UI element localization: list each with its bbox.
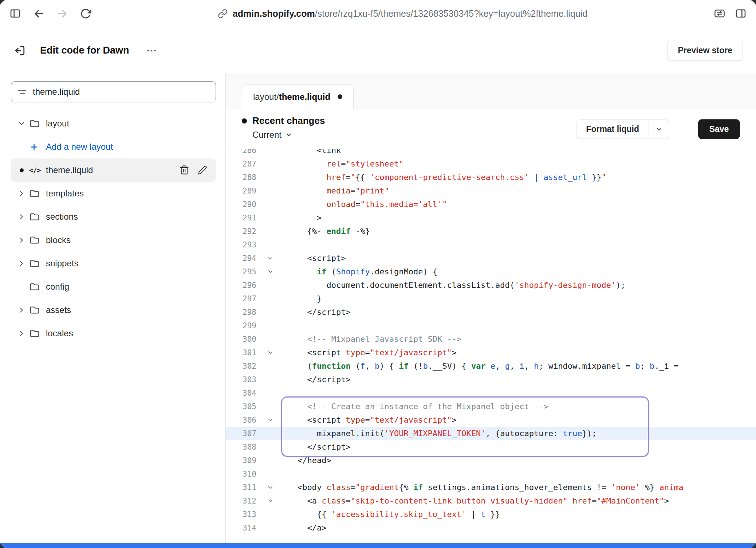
back-icon[interactable]: [33, 8, 45, 20]
code-line-288[interactable]: 288 href="{{ 'component-predictive-searc…: [226, 171, 756, 184]
folder-item-locales[interactable]: locales: [11, 322, 216, 345]
code-line-291[interactable]: 291 >: [226, 211, 756, 224]
line-number: 301: [226, 348, 262, 357]
fold-chevron-icon[interactable]: [262, 416, 278, 423]
right-panel-icon[interactable]: [735, 8, 747, 19]
code-line-287[interactable]: 287 rel="stylesheet": [226, 157, 756, 171]
tree-item-label: snippets: [46, 258, 78, 269]
file-search-input[interactable]: [33, 87, 210, 97]
code-text: mixpanel.init('YOUR_MIXPANEL_TOKEN', {au…: [278, 429, 756, 438]
save-button[interactable]: Save: [698, 119, 740, 139]
folder-item-snippets[interactable]: snippets: [11, 252, 216, 275]
fold-chevron-icon[interactable]: [262, 268, 278, 275]
folder-item-blocks[interactable]: blocks: [11, 228, 216, 252]
code-line-300[interactable]: 300 <!-- Mixpanel Javascript SDK -->: [226, 332, 756, 346]
code-line-311[interactable]: 311 <body class="gradient{% if settings.…: [226, 481, 756, 494]
code-line-310[interactable]: 310: [226, 467, 756, 481]
code-line-293[interactable]: 293: [226, 238, 756, 251]
tree-item-label: config: [46, 282, 69, 292]
file-tree: layoutAdd a new layout</>theme.liquidtem…: [11, 112, 216, 345]
code-line-302[interactable]: 302 (function (f, b) { if (!b.__SV) { va…: [226, 359, 756, 373]
browser-toolbar: admin.shopify.com/store/rzq1xu-f5/themes…: [0, 0, 756, 27]
folder-icon: [29, 258, 46, 269]
code-editor[interactable]: 286 <link287 rel="stylesheet"288 href="{…: [226, 149, 756, 543]
address-bar[interactable]: admin.shopify.com/store/rzq1xu-f5/themes…: [91, 8, 714, 19]
code-line-313[interactable]: 313 {{ 'accessibility.skip_to_text' | t …: [226, 508, 756, 521]
code-text: </script>: [278, 375, 756, 384]
code-text: rel="stylesheet": [278, 159, 756, 168]
code-line-303[interactable]: 303 </script>: [226, 373, 756, 386]
code-line-298[interactable]: 298 </script>: [226, 305, 756, 319]
line-number: 288: [226, 173, 262, 182]
code-line-301[interactable]: 301 <script type="text/javascript">: [226, 346, 756, 359]
file-item-theme.liquid[interactable]: </>theme.liquid: [11, 158, 216, 182]
line-number: 291: [226, 214, 262, 222]
format-liquid-button[interactable]: Format liquid: [576, 120, 669, 139]
chevron-right-icon[interactable]: [14, 329, 29, 337]
fold-chevron-icon[interactable]: [262, 497, 278, 504]
code-line-304[interactable]: 304: [226, 386, 756, 400]
folder-item-templates[interactable]: templates: [11, 182, 216, 205]
chevron-right-icon[interactable]: [14, 213, 29, 221]
line-number: 287: [226, 160, 262, 168]
folder-icon: [29, 305, 46, 316]
line-number: 314: [226, 524, 262, 532]
version-section: Recent changes Current: [226, 109, 576, 149]
version-select[interactable]: Current: [252, 130, 292, 140]
reload-icon[interactable]: [80, 8, 91, 19]
recent-changes-row: Recent changes: [242, 115, 576, 126]
line-number: 292: [226, 227, 262, 236]
chevron-right-icon[interactable]: [14, 236, 29, 244]
code-text: onload="this.media='all'": [278, 200, 756, 209]
code-line-292[interactable]: 292 {%- endif -%}: [226, 224, 756, 238]
folder-item-assets[interactable]: assets: [11, 298, 216, 322]
code-line-306[interactable]: 306 <script type="text/javascript">: [226, 413, 756, 427]
code-line-296[interactable]: 296 document.documentElement.classList.a…: [226, 278, 756, 292]
folder-item-sections[interactable]: sections: [11, 205, 216, 228]
editor-tab[interactable]: layout/theme.liquid: [242, 84, 354, 109]
code-line-309[interactable]: 309 </head>: [226, 454, 756, 467]
code-line-297[interactable]: 297 }: [226, 292, 756, 305]
chevron-right-icon[interactable]: [14, 306, 29, 314]
file-search-box[interactable]: [11, 81, 216, 102]
delete-file-icon[interactable]: [175, 165, 193, 175]
more-actions-icon[interactable]: [146, 45, 157, 56]
code-line-295[interactable]: 295 if (Shopify.designMode) {: [226, 265, 756, 278]
preview-store-button[interactable]: Preview store: [667, 40, 743, 61]
recent-changes-dot: [242, 118, 247, 124]
code-line-307[interactable]: 307 mixpanel.init('YOUR_MIXPANEL_TOKEN',…: [226, 427, 756, 440]
fold-chevron-icon[interactable]: [262, 484, 278, 491]
line-number: 312: [226, 497, 262, 505]
fold-chevron-icon[interactable]: [262, 349, 278, 356]
chevron-down-icon[interactable]: [14, 120, 29, 128]
code-line-308[interactable]: 308 </script>: [226, 440, 756, 454]
code-text: <link: [278, 149, 756, 155]
exit-code-editor-icon[interactable]: [13, 44, 25, 57]
folder-item-config[interactable]: config: [11, 275, 216, 298]
code-text: <script>: [278, 254, 756, 263]
sidebar-toggle-icon[interactable]: [9, 8, 21, 19]
format-options-chevron[interactable]: [649, 120, 669, 139]
extensions-icon[interactable]: [714, 8, 725, 19]
code-line-289[interactable]: 289 media="print": [226, 184, 756, 197]
code-line-314[interactable]: 314 </a>: [226, 521, 756, 535]
rename-file-icon[interactable]: [193, 165, 212, 175]
chevron-right-icon[interactable]: [14, 259, 29, 267]
code-text: <body class="gradient{% if settings.anim…: [278, 483, 756, 492]
code-line-299[interactable]: 299: [226, 319, 756, 332]
fold-chevron-icon[interactable]: [262, 255, 278, 262]
code-line-290[interactable]: 290 onload="this.media='all'": [226, 197, 756, 211]
add-new-layout-button[interactable]: Add a new layout: [11, 135, 216, 158]
page-title: Edit code for Dawn: [40, 45, 129, 56]
code-line-312[interactable]: 312 <a class="skip-to-content-link butto…: [226, 494, 756, 508]
code-line-305[interactable]: 305 <!-- Create an instance of the Mixpa…: [226, 400, 756, 413]
code-text: </head>: [278, 456, 756, 465]
code-line-286[interactable]: 286 <link: [226, 149, 756, 157]
line-number: 308: [226, 443, 262, 451]
code-line-294[interactable]: 294 <script>: [226, 251, 756, 265]
forward-icon[interactable]: [56, 8, 68, 20]
code-text: </script>: [278, 308, 756, 317]
chevron-right-icon[interactable]: [14, 189, 29, 197]
folder-item-layout[interactable]: layout: [11, 112, 216, 135]
code-text: </a>: [278, 523, 756, 532]
